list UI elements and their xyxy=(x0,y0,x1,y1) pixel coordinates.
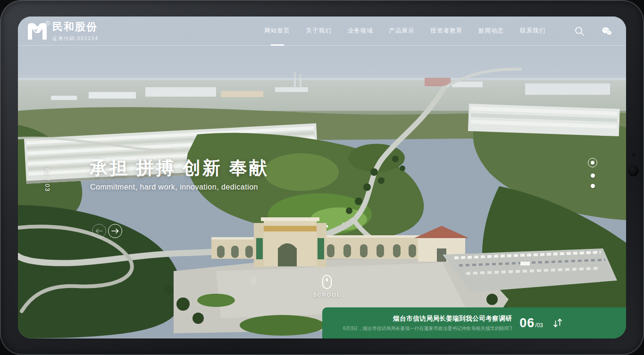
main-nav: 网站首页 关于我们 业务领域 产品展示 投资者教育 新闻动态 联系我们 xyxy=(257,17,554,46)
nav-item-about[interactable]: 关于我们 xyxy=(298,17,340,46)
news-excerpt: 6月3日，烟台市信访局局长姜瑞一行在蓬莱市政法委书记仲良等相关领导的陪同下... xyxy=(343,325,512,332)
m-handshake-logo-icon: R xyxy=(26,22,48,41)
wechat-icon[interactable] xyxy=(602,26,612,36)
swap-vertical-icon[interactable] xyxy=(552,317,564,329)
slide-dot-1[interactable] xyxy=(591,161,594,165)
nav-item-investor[interactable]: 投资者教育 xyxy=(423,17,471,46)
mouse-scroll-icon xyxy=(322,275,332,289)
registered-mark: R xyxy=(45,21,50,25)
mic-dot xyxy=(632,153,635,156)
slide-counter: 01 / 03 xyxy=(44,161,50,199)
slide-dot-2[interactable] xyxy=(591,173,595,178)
arrow-left-icon xyxy=(95,228,103,234)
browser-screen: R 民和股份 证券代码:002234 网站首页 关于我们 业务领域 产品展示 投… xyxy=(18,17,626,338)
news-date: 06 /03 xyxy=(519,316,543,330)
hero-subtitle: Commitment, hard work, innovation, dedic… xyxy=(90,183,258,191)
news-title[interactable]: 烟台市信访局局长姜瑞到我公司考察调研 xyxy=(343,314,512,323)
hero-title: 承担 拼搏 创新 奉献 xyxy=(90,156,269,180)
brand-name: 民和股份 xyxy=(52,20,99,34)
next-slide-button[interactable] xyxy=(108,224,122,238)
nav-item-products[interactable]: 产品展示 xyxy=(381,17,423,46)
nav-item-home[interactable]: 网站首页 xyxy=(257,17,298,46)
tablet-frame: R 民和股份 证券代码:002234 网站首页 关于我们 业务领域 产品展示 投… xyxy=(0,0,644,355)
slide-dots xyxy=(587,158,598,188)
camera-lens xyxy=(628,165,639,176)
nav-item-contact[interactable]: 联系我们 xyxy=(512,17,553,46)
site-header: R 民和股份 证券代码:002234 网站首页 关于我们 业务领域 产品展示 投… xyxy=(18,17,626,46)
scroll-label: SCROOL xyxy=(313,292,341,297)
news-panel[interactable]: 烟台市信访局局长姜瑞到我公司考察调研 6月3日，烟台市信访局局长姜瑞一行在蓬莱市… xyxy=(322,307,626,338)
search-icon[interactable] xyxy=(574,26,585,36)
nav-item-business[interactable]: 业务领域 xyxy=(340,17,381,46)
scroll-hint: SCROOL xyxy=(311,275,343,297)
brand-logo[interactable]: R 民和股份 证券代码:002234 xyxy=(26,20,99,42)
nav-item-news[interactable]: 新闻动态 xyxy=(470,17,512,46)
arrow-right-icon xyxy=(111,228,119,234)
stock-code: 证券代码:002234 xyxy=(52,35,99,42)
slide-dot-3[interactable] xyxy=(591,184,595,188)
slider-arrows xyxy=(92,224,122,238)
prev-slide-button[interactable] xyxy=(92,224,106,238)
